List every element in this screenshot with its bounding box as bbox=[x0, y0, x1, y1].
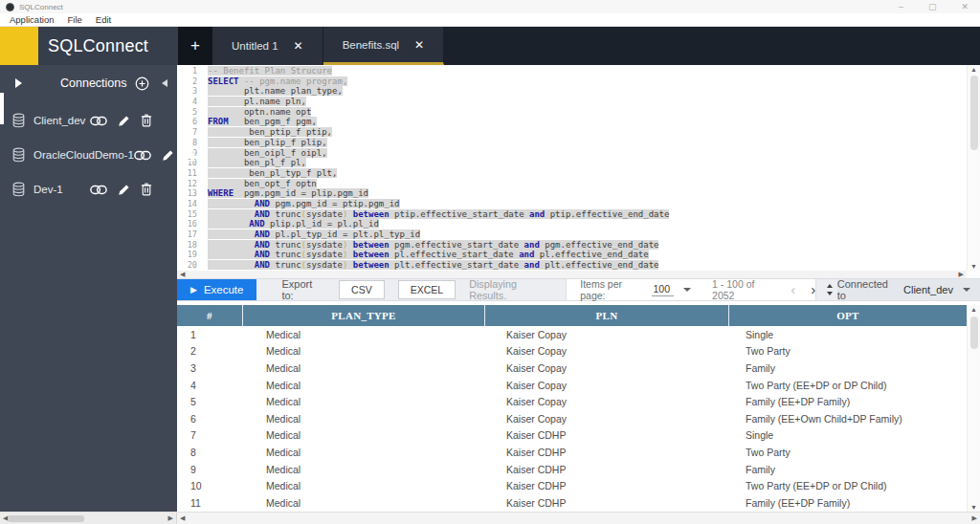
scroll-down-icon[interactable]: ▼ bbox=[970, 262, 977, 271]
table-cell: Kaiser Copay bbox=[485, 345, 729, 357]
menu-application[interactable]: Application bbox=[10, 14, 54, 25]
connection-name: Client_dev bbox=[33, 115, 85, 126]
link-icon[interactable] bbox=[134, 150, 151, 161]
table-row[interactable]: 2MedicalKaiser CopayTwo Party bbox=[177, 343, 967, 360]
close-button[interactable]: ✕ bbox=[961, 0, 969, 13]
edit-icon[interactable] bbox=[162, 149, 174, 162]
close-icon[interactable]: ✕ bbox=[294, 39, 303, 53]
scroll-left-icon[interactable]: ◀ bbox=[180, 271, 185, 278]
tab-untitled-1[interactable]: Untitled 1 ✕ bbox=[212, 27, 323, 65]
app-header: SQLConnect + Untitled 1 ✕ Benefits.sql ✕ bbox=[0, 27, 980, 65]
menu-edit[interactable]: Edit bbox=[96, 14, 111, 25]
table-row[interactable]: 4MedicalKaiser CopayTwo Party (EE+DP or … bbox=[177, 377, 967, 394]
export-csv-button[interactable]: CSV bbox=[339, 280, 385, 299]
table-vertical-scrollbar[interactable]: ▲ ▼ bbox=[967, 305, 980, 512]
sidebar-horizontal-scrollbar[interactable]: ◀ ▶ bbox=[0, 513, 177, 524]
table-cell: Medical bbox=[243, 396, 485, 407]
tab-strip: + Untitled 1 ✕ Benefits.sql ✕ bbox=[178, 27, 980, 65]
code-line: 3 plt.name plan_type, bbox=[177, 86, 967, 97]
code-line: 17 AND pl.pl_typ_id = plt.pl_typ_id bbox=[177, 229, 967, 240]
pane-resize-control[interactable] bbox=[822, 279, 837, 300]
table-cell: Medical bbox=[243, 380, 485, 391]
column-header-index[interactable]: # bbox=[177, 305, 243, 326]
table-cell: Kaiser CDHP bbox=[485, 497, 729, 509]
delete-icon[interactable] bbox=[141, 114, 152, 127]
table-row[interactable]: 5MedicalKaiser CopayFamily (EE+DP Family… bbox=[177, 393, 967, 410]
scrollbar-thumb[interactable] bbox=[970, 76, 978, 150]
connections-header: Connections bbox=[0, 69, 177, 98]
table-row[interactable]: 3MedicalKaiser CopayFamily bbox=[177, 360, 967, 377]
code-line: 14 AND pgm.pgm_id = ptip.pgm_id bbox=[177, 199, 967, 209]
code-line: 5 optn.name opt bbox=[177, 107, 967, 118]
table-row[interactable]: 10MedicalKaiser CDHPTwo Party (EE+DP or … bbox=[177, 477, 967, 494]
scroll-right-icon[interactable]: ▶ bbox=[168, 514, 173, 522]
collapse-sidebar-icon[interactable] bbox=[162, 79, 167, 87]
table-row[interactable]: 11MedicalKaiser CDHPFamily (EE+DP Family… bbox=[177, 494, 967, 512]
scroll-left-icon[interactable]: ◀ bbox=[180, 514, 185, 522]
minimize-button[interactable]: – bbox=[899, 0, 903, 13]
active-connection-select[interactable]: Client_dev bbox=[903, 284, 953, 295]
expand-icon[interactable] bbox=[15, 78, 22, 88]
sidebar-scrollbar-thumb[interactable] bbox=[0, 93, 4, 124]
chevron-down-icon[interactable] bbox=[963, 288, 970, 292]
table-row[interactable]: 1MedicalKaiser CopaySingle bbox=[177, 326, 967, 343]
execute-button[interactable]: ▶ Execute bbox=[177, 279, 256, 300]
connection-item[interactable]: Dev-1 bbox=[0, 178, 177, 201]
previous-page-button[interactable]: ‹ bbox=[791, 285, 795, 295]
scroll-up-icon[interactable]: ▲ bbox=[970, 305, 977, 314]
tab-benefits-sql[interactable]: Benefits.sql ✕ bbox=[323, 27, 445, 65]
scroll-up-icon[interactable]: ▲ bbox=[970, 65, 977, 74]
link-icon[interactable] bbox=[90, 185, 107, 195]
scrollbar-thumb[interactable] bbox=[8, 515, 84, 522]
table-cell: Kaiser CDHP bbox=[485, 464, 729, 475]
table-cell: Single bbox=[729, 429, 967, 441]
table-row[interactable]: 8MedicalKaiser CDHPTwo Party bbox=[177, 444, 967, 461]
resize-down-icon bbox=[827, 292, 833, 295]
maximize-button[interactable]: ▢ bbox=[928, 0, 937, 13]
table-row[interactable]: 6MedicalKaiser CopayFamily (EE+Own Child… bbox=[177, 410, 967, 427]
table-row[interactable]: 9MedicalKaiser CDHPFamily bbox=[177, 461, 967, 478]
column-header-pln[interactable]: PLN bbox=[485, 305, 729, 326]
editor-vertical-scrollbar[interactable]: ▲ ▼ bbox=[967, 65, 980, 271]
scrollbar-thumb[interactable] bbox=[970, 317, 978, 349]
delete-icon[interactable] bbox=[185, 148, 196, 162]
status-text: Displaying Results. bbox=[469, 278, 554, 301]
table-cell: Two Party (EE+DP or DP Child) bbox=[729, 380, 967, 391]
editor-horizontal-scrollbar[interactable]: ◀ ▶ bbox=[177, 271, 967, 278]
app-title: SQLConnect bbox=[38, 27, 178, 65]
items-per-page-select[interactable]: 100 bbox=[652, 283, 675, 296]
table-cell: Two Party bbox=[729, 447, 967, 458]
next-page-button[interactable]: › bbox=[811, 285, 815, 295]
new-tab-button[interactable]: + bbox=[178, 27, 212, 65]
export-excel-button[interactable]: EXCEL bbox=[398, 280, 456, 299]
code-line: 20 AND trunc(sysdate) between plt.effect… bbox=[177, 260, 967, 271]
table-cell: Kaiser Copay bbox=[485, 329, 729, 340]
table-cell: 3 bbox=[177, 362, 243, 374]
edit-icon[interactable] bbox=[118, 184, 130, 196]
database-icon bbox=[11, 182, 26, 197]
table-cell: 11 bbox=[177, 497, 243, 509]
column-header-opt[interactable]: OPT bbox=[729, 305, 967, 326]
scroll-down-icon[interactable]: ▼ bbox=[970, 503, 977, 512]
connection-item[interactable]: Client_dev bbox=[0, 109, 177, 132]
close-icon[interactable]: ✕ bbox=[414, 38, 424, 52]
add-connection-button[interactable] bbox=[135, 76, 149, 91]
column-header-plan-type[interactable]: PLAN_TYPE bbox=[243, 305, 485, 326]
scroll-right-icon[interactable]: ▶ bbox=[972, 514, 977, 522]
titlebar: SQLConnect – ▢ ✕ bbox=[0, 0, 980, 13]
edit-icon[interactable] bbox=[118, 115, 130, 127]
pagination-panel: Items per page: 100 1 - 100 of 2052 ‹ › bbox=[566, 279, 816, 300]
connection-item[interactable]: OracleCloudDemo-1 bbox=[0, 143, 177, 166]
menubar: Application File Edit bbox=[0, 13, 980, 27]
tab-label: Untitled 1 bbox=[232, 40, 278, 52]
sql-editor[interactable]: 1-- Benefit Plan Strucure2SELECT -- pgm.… bbox=[177, 65, 967, 271]
table-body: 1MedicalKaiser CopaySingle2MedicalKaiser… bbox=[177, 326, 967, 512]
connection-status: Connected to Client_dev bbox=[837, 279, 980, 300]
chevron-down-icon[interactable] bbox=[683, 288, 691, 292]
delete-icon[interactable] bbox=[141, 183, 152, 196]
table-row[interactable]: 7MedicalKaiser CDHPSingle bbox=[177, 427, 967, 445]
link-icon[interactable] bbox=[90, 116, 107, 126]
table-horizontal-scrollbar[interactable]: ◀ ▶ bbox=[177, 513, 980, 524]
scroll-right-icon[interactable]: ▶ bbox=[959, 271, 964, 278]
menu-file[interactable]: File bbox=[67, 14, 81, 25]
